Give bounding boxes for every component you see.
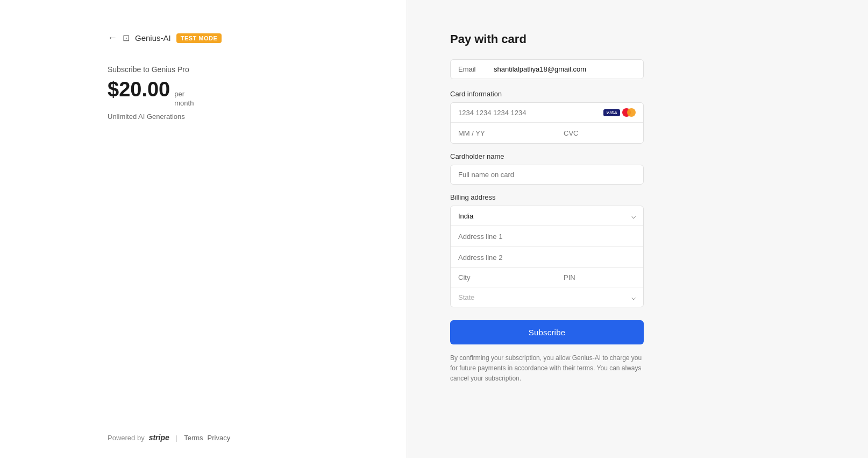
app-name: Genius-AI — [135, 33, 171, 43]
address2-input[interactable] — [458, 253, 636, 262]
stripe-logo: stripe — [149, 433, 169, 442]
window-icon: ⊡ — [123, 33, 130, 43]
privacy-link[interactable]: Privacy — [208, 434, 231, 442]
card-number-row: VISA — [451, 103, 643, 123]
email-label: Email — [458, 65, 485, 73]
confirm-text: By confirming your subscription, you all… — [450, 353, 644, 384]
address1-row — [451, 226, 643, 247]
state-value: State — [458, 293, 631, 301]
subscribe-label: Subscribe to Genius Pro — [108, 65, 364, 74]
cvc-row — [556, 123, 644, 143]
billing-address-box: India ⌵ State ⌵ — [450, 206, 644, 307]
pay-title: Pay with card — [450, 32, 527, 46]
cvc-input[interactable] — [564, 129, 644, 137]
address2-row — [451, 247, 643, 268]
cardholder-label: Cardholder name — [450, 152, 644, 160]
email-row: Email shantilalpatliya18@gmail.com — [450, 59, 644, 79]
city-input[interactable] — [451, 268, 556, 287]
card-icons: VISA — [603, 108, 636, 117]
visa-icon: VISA — [603, 109, 620, 116]
chevron-down-icon: ⌵ — [631, 212, 636, 220]
back-button[interactable]: ← — [108, 32, 117, 44]
nav-bar: ← ⊡ Genius-AI TEST MODE — [108, 32, 364, 44]
mm-yy-input[interactable] — [451, 123, 556, 143]
state-dropdown[interactable]: State ⌵ — [451, 287, 643, 307]
pin-input[interactable] — [556, 268, 644, 287]
price-period: permonth — [174, 90, 194, 108]
country-dropdown[interactable]: India ⌵ — [451, 206, 643, 226]
left-footer: Powered by stripe | Terms Privacy — [0, 422, 407, 458]
state-chevron-icon: ⌵ — [631, 293, 636, 301]
powered-by-text: Powered by — [108, 434, 145, 442]
test-mode-badge: TEST MODE — [176, 33, 222, 43]
cardholder-name-input[interactable] — [450, 165, 644, 185]
price-amount: $20.00 — [108, 78, 170, 101]
card-number-input[interactable] — [458, 109, 603, 117]
card-info-label: Card information — [450, 90, 644, 98]
billing-address-label: Billing address — [450, 193, 644, 201]
payment-form: Email shantilalpatliya18@gmail.com Card … — [450, 59, 644, 384]
email-value: shantilalpatliya18@gmail.com — [494, 65, 586, 73]
address1-input[interactable] — [458, 232, 636, 241]
terms-link[interactable]: Terms — [184, 434, 203, 442]
mastercard-icon — [622, 108, 636, 117]
country-value: India — [458, 212, 631, 220]
price-row: $20.00 permonth — [108, 78, 364, 108]
footer-divider: | — [176, 434, 177, 442]
card-bottom-row — [451, 123, 643, 143]
product-description: Unlimited AI Generations — [108, 112, 364, 121]
subscribe-button[interactable]: Subscribe — [450, 320, 644, 344]
card-info-box: VISA — [450, 102, 644, 144]
city-pin-row — [451, 268, 643, 287]
